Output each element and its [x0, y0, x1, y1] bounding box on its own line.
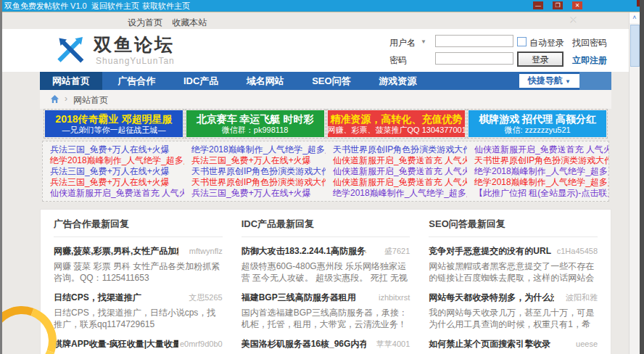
post-body: 日结CPS，找渠道推广，日结小说cps，找推广，联系qq1174729615 — [54, 307, 223, 330]
ad-link[interactable]: 绝学2018巅峰制作_人气绝学_超多人玩 — [467, 166, 608, 177]
post-item[interactable]: 竞争对手恶意提交的没有的URL，对网站 c1Ha45458 网站被黑帽或者黑客恶… — [429, 245, 598, 284]
ad-link[interactable]: 兵法三国_免费+万人在线+火爆 — [43, 177, 184, 188]
maximize-button[interactable]: ❐ — [553, 1, 563, 9]
quickbar: 设为首页 收藏本站 — [128, 17, 214, 29]
post-title[interactable]: 福建BGP三线高防服务器租用 — [242, 292, 356, 304]
ad-link[interactable]: 绝学2018巅峰制作_人气绝学_超多人玩 — [184, 144, 326, 155]
post-body: 国内首选福建BGP三线高防服务器，承接：机柜，托管，租用，大带宽，云清洗业务！ … — [242, 307, 410, 330]
banner-row: 2018传奇霸业 邓超明星服 —兄弟们等你一起征战王城— 北京赛车 幸运飞艇 时… — [40, 110, 611, 137]
ad-link[interactable]: 绝学2018巅峰制作_人气绝学_超多人玩 — [43, 155, 184, 166]
nav-item-domain[interactable]: 域名网站 — [234, 72, 297, 90]
find-password-link[interactable]: 找回密码 — [572, 37, 607, 49]
nav-item-home[interactable]: 网站首页 — [40, 72, 102, 90]
login-button[interactable]: 登录 — [517, 52, 564, 67]
menu-get-home[interactable]: 获取软件主页 — [142, 0, 190, 12]
ad-link[interactable]: 天书世界原创IP角色扮演类游戏大作 — [184, 166, 326, 177]
nav-item-ads[interactable]: 广告合作 — [105, 72, 168, 90]
post-title[interactable]: 网赚,菠菜,彩票,男科,女性产品加粉抓 — [54, 245, 178, 258]
ad-link[interactable]: 仙侠道新服开启_免费送首充 人气火爆 — [326, 155, 467, 166]
register-link[interactable]: 立即注册 — [572, 54, 607, 67]
main-nav: 网站首页 广告合作 IDC产品 域名网站 SEO问答 游戏资源 快捷导航 ▼ — [40, 72, 611, 90]
banner-racing[interactable]: 北京赛车 幸运飞艇 时时彩 微信群：pk998118 — [186, 110, 324, 137]
ad-link[interactable]: 兵法三国_免费+万人在线+火爆 — [43, 144, 184, 155]
post-author[interactable]: 波阳和雅 — [566, 292, 598, 303]
board-seo: SEO问答最新回复 竞争对手恶意提交的没有的URL，对网站 c1Ha45458 … — [429, 210, 598, 354]
quick-nav-button[interactable]: 快捷导航 ▼ — [519, 74, 579, 88]
nav-item-idc[interactable]: IDC产品 — [171, 72, 231, 90]
dismiss-icon[interactable]: ⤬ — [570, 15, 577, 25]
post-body: 网赚 菠菜 彩票 男科 女性产品各类加粉抓紧咨询。QQ：1125411653 — [54, 260, 223, 284]
ad-row: 绝学2018巅峰制作_人气绝学_超多人玩 兵法三国_免费+万人在线+火爆 仙侠道… — [43, 155, 608, 166]
close-button[interactable]: ✕ — [572, 1, 582, 9]
post-title[interactable]: 网站每天都收录特别多，为什么没有权 — [429, 292, 553, 304]
username-dropdown-icon[interactable]: ▼ — [421, 38, 426, 45]
ad-link[interactable]: 兵法三国_免费+万人在线+火爆 — [184, 155, 326, 166]
ad-link[interactable]: 天书世界原创IP角色扮演类游戏大作 — [326, 144, 467, 155]
ad-link[interactable]: 兵法三国_免费+万人在线+火爆 — [184, 188, 326, 199]
post-item[interactable]: 日结CPS，找渠道推广 文思5265 日结CPS，找渠道推广，日结小说cps，找… — [54, 292, 223, 330]
home-icon[interactable] — [50, 94, 59, 104]
username-label: 用户名 — [389, 37, 416, 49]
nav-item-games[interactable]: 游戏资源 — [366, 72, 429, 90]
board-title: IDC产品最新回复 — [242, 210, 410, 237]
post-title[interactable]: 防御大攻击183.2.244.1高防服务器，秒 — [242, 245, 366, 258]
app-titlebar: 双鱼免费发帖软件 V1.0 返回软件主页 获取软件主页 — ❐ ✕ — [0, 0, 644, 12]
ad-link[interactable]: 仙侠道新服开启_免费送首充 人气火爆 — [326, 177, 467, 188]
minimize-button[interactable]: — — [533, 1, 543, 9]
post-author[interactable]: izhbitxrst — [379, 293, 410, 302]
post-title[interactable]: 棋牌APP收量-疯狂收量|大量收量|有实 — [54, 338, 178, 350]
ad-link[interactable]: 仙侠道新服开启_免费送首充 人气火爆 — [43, 188, 184, 199]
ad-link[interactable]: 天书世界原创IP角色扮演类游戏大作 — [467, 155, 608, 166]
post-body: 超级特惠60G-480G惠州段 乐乐网络独家运营 至今无人攻破。 超级实惠段。 … — [242, 260, 410, 284]
password-label: 密码 — [389, 54, 407, 67]
post-title[interactable]: 如何禁止某个页面搜索引擎收录 — [429, 338, 550, 350]
ad-link[interactable]: 天书世界原创IP角色扮演类游戏大作 — [184, 177, 326, 188]
ad-link[interactable]: 绝学2018巅峰制作_人气绝学_超多人玩 — [326, 188, 467, 199]
post-item[interactable]: 如何禁止某个页面搜索引擎收录 ueese 如果我的网站某一个页面，比如abc.h… — [429, 338, 598, 354]
ad-link[interactable]: 仙侠道新服开启_免费送首充 人气火爆 — [467, 144, 608, 155]
post-title[interactable]: 美国洛杉矶服务器16核_96G内存_250M带 — [242, 338, 366, 350]
ad-link[interactable]: 仙侠道新服开启_免费送首充 人气火爆 — [326, 166, 467, 177]
post-author[interactable]: mftwynflz — [189, 247, 223, 255]
post-item[interactable]: 防御大攻击183.2.244.1高防服务器，秒 盛7621 超级特惠60G-48… — [242, 245, 410, 284]
scroll-up-icon[interactable]: ˄ — [629, 12, 640, 23]
banner-legend-game[interactable]: 2018传奇霸业 邓超明星服 —兄弟们等你一起征战王城— — [45, 110, 183, 137]
ad-link[interactable]: 兵法三国_免费+万人在线+火爆 — [43, 166, 184, 177]
post-item[interactable]: 福建BGP三线高防服务器租用 izhbitxrst 国内首选福建BGP三线高防服… — [242, 292, 410, 330]
post-author[interactable]: e0mrf9d0b0 — [180, 339, 223, 348]
ad-link[interactable]: 绝学2018巅峰制作_人气绝学_超多人玩 — [467, 177, 608, 188]
auto-login-checkbox[interactable] — [517, 37, 527, 46]
password-input[interactable] — [435, 52, 513, 65]
ad-row: 兵法三国_免费+万人在线+火爆 天书世界原创IP角色扮演类游戏大作 仙侠道新服开… — [43, 166, 608, 177]
vertical-scrollbar[interactable]: ˄ — [629, 12, 640, 354]
post-author[interactable]: c1Ha45458 — [557, 247, 598, 255]
text-ad-grid: 兵法三国_免费+万人在线+火爆 绝学2018巅峰制作_人气绝学_超多人玩 天书世… — [42, 141, 609, 202]
site-logo-icon — [53, 32, 88, 67]
banner-chess[interactable]: 棋牌游戏 招代理 高额分红 微信: zzzzzzyu521 — [468, 110, 606, 137]
board-panels: 广告合作最新回复 网赚,菠菜,彩票,男科,女性产品加粉抓 mftwynflz 网… — [40, 209, 611, 354]
set-home-link[interactable]: 设为首页 — [128, 17, 162, 28]
breadcrumb-current[interactable]: 网站首页 — [73, 94, 108, 107]
post-item[interactable]: 网赚,菠菜,彩票,男科,女性产品加粉抓 mftwynflz 网赚 菠菜 彩票 男… — [54, 245, 223, 284]
post-item[interactable]: 美国洛杉矶服务器16核_96G内存_250M带 苹苹4001 美国洛杉矶，超高性… — [242, 338, 410, 354]
ad-link[interactable]: 【此推广位招 租(全站显示)-点击联系】 — [467, 188, 608, 199]
post-author[interactable]: 盛7621 — [384, 246, 410, 257]
post-author[interactable]: 苹苹4001 — [376, 339, 410, 350]
post-item[interactable]: 网站每天都收录特别多，为什么没有权 波阳和雅 我的网站每天收录几万，甚至几十万，… — [429, 292, 598, 330]
post-author[interactable]: 文思5265 — [189, 292, 222, 303]
post-item[interactable]: 棋牌APP收量-疯狂收量|大量收量|有实 e0mrf9d0b0 第一阶梯：信息流… — [54, 338, 223, 354]
post-title[interactable]: 竞争对手恶意提交的没有的URL，对网站 — [429, 245, 553, 258]
post-author[interactable]: ueese — [576, 339, 598, 348]
window-frame-right — [640, 0, 644, 354]
banner-resources[interactable]: 精准资源，高转化、充值优势 网赚、彩票、菠菜推广QQ 1304377001 — [328, 110, 466, 137]
scrollbar-thumb[interactable] — [630, 25, 640, 67]
board-title: 广告合作最新回复 — [54, 210, 223, 237]
username-input[interactable] — [435, 35, 513, 47]
nav-right-cap — [579, 72, 611, 90]
post-body: 我的网站每天收录几万，甚至几十万，可是为什么用工具查询的时候，权重只有1，希望知 — [429, 307, 598, 330]
post-title[interactable]: 日结CPS，找渠道推广 — [54, 292, 141, 304]
menu-return-home[interactable]: 返回软件主页 — [91, 0, 139, 12]
nav-item-seo[interactable]: SEO问答 — [300, 72, 363, 90]
bookmark-link[interactable]: 收藏本站 — [172, 17, 207, 28]
site-name-en: ShuangYuLunTan — [96, 56, 175, 66]
